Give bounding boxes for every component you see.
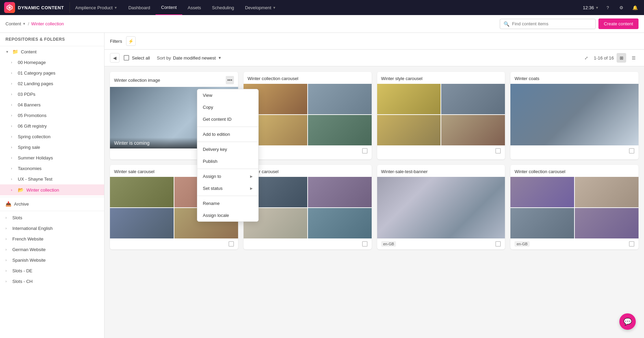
card-checkbox[interactable] xyxy=(495,241,501,247)
sidebar-item-intl-english[interactable]: › International English xyxy=(0,223,104,234)
sidebar-item-spanish[interactable]: › Spanish Website xyxy=(0,255,104,265)
card-checkbox[interactable] xyxy=(362,241,368,247)
list-view-button[interactable]: ☰ xyxy=(629,53,639,63)
card-winter-carousel[interactable]: Winter carousel xyxy=(244,165,372,249)
sort-by-label: Sort by xyxy=(157,55,171,61)
menu-divider xyxy=(197,196,258,196)
menu-item-get-content-id[interactable]: Get content ID xyxy=(197,113,258,125)
menu-item-copy[interactable]: Copy xyxy=(197,101,258,113)
chevron-right-icon: › xyxy=(11,167,15,170)
card-checkbox[interactable] xyxy=(495,148,501,154)
search-icon: 🔍 xyxy=(504,21,509,27)
menu-item-assign-locale[interactable]: Assign locale xyxy=(197,209,258,221)
chevron-right-icon: › xyxy=(11,156,15,160)
sidebar-item-homepage[interactable]: › 00 Homepage xyxy=(0,57,104,68)
card-winter-sale-test-banner[interactable]: Winter-sale-test-banner en-GB xyxy=(377,165,505,249)
expand-button[interactable]: ⤢ xyxy=(581,53,591,63)
card-winter-style-carousel[interactable]: Winter style carousel xyxy=(377,72,505,159)
breadcrumb-content-link[interactable]: Content ▼ xyxy=(5,21,26,26)
menu-item-add-to-edition[interactable]: Add to edition xyxy=(197,128,258,140)
sidebar-item-archive[interactable]: 📥 Archive xyxy=(0,198,104,209)
sidebar-item-promotions[interactable]: › 05 Promotions xyxy=(0,110,104,121)
chat-icon: 💬 xyxy=(623,317,632,326)
nav-content[interactable]: Content xyxy=(156,0,182,15)
content-grid: Winter collection image ••• Winter is co… xyxy=(110,72,639,249)
grid-view-button[interactable]: ⊞ xyxy=(617,53,626,63)
card-header: Winter style carousel xyxy=(377,72,505,84)
sidebar-item-ux-shayne[interactable]: › UX - Shayne Test xyxy=(0,174,104,184)
support-chat-button[interactable]: 💬 xyxy=(619,313,636,330)
card-footer: en-GB xyxy=(377,238,505,249)
sidebar-item-slots-ch[interactable]: › Slots - CH xyxy=(0,276,104,287)
search-box[interactable]: 🔍 xyxy=(500,19,596,29)
help-icon[interactable]: ? xyxy=(603,3,612,12)
sidebar-item-banners[interactable]: › 04 Banners xyxy=(0,100,104,110)
app-name: DYNAMIC CONTENT xyxy=(18,5,64,10)
card-winter-coats[interactable]: Winter coats xyxy=(510,72,639,159)
card-image xyxy=(510,177,639,238)
sidebar-item-spring-collection[interactable]: › Spring collection xyxy=(0,131,104,142)
sidebar-item-french[interactable]: › French Website xyxy=(0,234,104,244)
sidebar-label: Slots - CH xyxy=(12,279,99,284)
card-checkbox[interactable] xyxy=(629,241,634,247)
sidebar-item-category[interactable]: › 01 Category pages xyxy=(0,68,104,78)
card-checkbox[interactable] xyxy=(362,148,368,154)
chevron-right-icon: › xyxy=(11,177,15,181)
sidebar-item-slots[interactable]: › Slots xyxy=(0,212,104,223)
chevron-right-icon: › xyxy=(5,248,10,251)
card-footer xyxy=(110,238,238,249)
settings-icon[interactable]: ⚙ xyxy=(617,3,626,12)
sidebar-label: Archive xyxy=(14,202,99,207)
card-winter-collection-carousel-2[interactable]: Winter collection carousel en-GB xyxy=(510,165,639,249)
sidebar-item-taxonomies[interactable]: › Taxonomies xyxy=(0,163,104,174)
sidebar-label: 04 Banners xyxy=(18,102,99,107)
chevron-right-icon: › xyxy=(5,216,10,220)
menu-divider xyxy=(197,142,258,142)
sidebar-item-german[interactable]: › German Website xyxy=(0,244,104,255)
filter-options-button[interactable]: ⚡ xyxy=(126,36,136,46)
nav-dashboard[interactable]: Dashboard xyxy=(123,0,156,15)
sidebar-label: 02 Landing pages xyxy=(18,81,99,86)
card-menu-button[interactable]: ••• xyxy=(226,76,234,84)
sidebar-label: German Website xyxy=(12,247,99,252)
menu-item-delivery-key[interactable]: Delivery key xyxy=(197,143,258,155)
menu-item-set-status[interactable]: Set status xyxy=(197,182,258,194)
sidebar-item-content[interactable]: ▼ 📁 Content xyxy=(0,46,104,57)
nav-amplience[interactable]: Amplience Product ▼ xyxy=(70,0,123,15)
chevron-right-icon: › xyxy=(11,188,15,192)
nav-development[interactable]: Development ▼ xyxy=(239,0,282,15)
grid-area: Winter collection image ••• Winter is co… xyxy=(104,66,644,338)
menu-item-assign-to[interactable]: Assign to xyxy=(197,170,258,182)
nav-scheduling[interactable]: Scheduling xyxy=(207,0,239,15)
sidebar-item-gift[interactable]: › 06 Gift registry xyxy=(0,121,104,131)
sidebar-item-slots-de[interactable]: › Slots - DE xyxy=(0,265,104,276)
collapse-sidebar-button[interactable]: ◀ xyxy=(110,53,120,63)
menu-item-publish[interactable]: Publish xyxy=(197,155,258,167)
nav-assets[interactable]: Assets xyxy=(182,0,207,15)
sort-area[interactable]: Sort by Date modified newest ▼ xyxy=(157,55,222,61)
create-content-button[interactable]: Create content xyxy=(598,18,639,29)
chevron-right-icon: › xyxy=(11,124,15,128)
card-checkbox[interactable] xyxy=(228,241,234,247)
menu-item-rename[interactable]: Rename xyxy=(197,197,258,209)
sidebar-item-summer[interactable]: › Summer Holidays xyxy=(0,153,104,163)
card-winter-collection-carousel-1[interactable]: Winter collection carousel xyxy=(244,72,372,159)
breadcrumb-bar: Content ▼ / Winter collection 🔍 Create c… xyxy=(0,15,644,33)
chevron-right-icon: › xyxy=(11,103,15,107)
sidebar-item-winter[interactable]: › 📂 Winter collection xyxy=(0,184,104,195)
chevron-right-icon: › xyxy=(5,226,10,230)
app-logo[interactable] xyxy=(4,2,15,13)
toolbar-right: ⤢ 1-16 of 16 ⊞ ☰ xyxy=(581,53,639,63)
sidebar-item-landing[interactable]: › 02 Landing pages xyxy=(0,78,104,89)
search-input[interactable] xyxy=(512,21,592,26)
sidebar-item-pdps[interactable]: › 03 PDPs xyxy=(0,89,104,100)
sidebar: Repositories & folders ▼ 📁 Content › 00 … xyxy=(0,33,104,338)
filters-label: Filters xyxy=(110,39,122,44)
card-checkbox[interactable] xyxy=(629,148,634,154)
menu-item-view[interactable]: View xyxy=(197,89,258,101)
select-all-checkbox[interactable] xyxy=(124,55,129,61)
pagination-text: 1-16 of 16 xyxy=(594,55,614,61)
sidebar-item-spring-sale[interactable]: › Spring sale xyxy=(0,142,104,153)
select-all-area[interactable]: Select all xyxy=(124,55,150,61)
notifications-icon[interactable]: 🔔 xyxy=(630,3,640,12)
